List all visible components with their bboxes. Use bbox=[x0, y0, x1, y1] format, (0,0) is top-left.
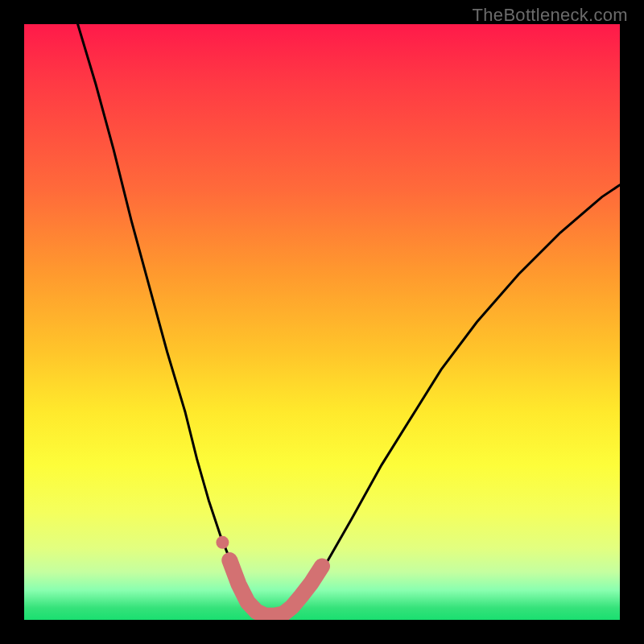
chart-svg bbox=[24, 24, 620, 620]
marker-stroke bbox=[229, 560, 322, 616]
plot-area bbox=[24, 24, 620, 620]
bottleneck-curve bbox=[78, 24, 620, 617]
watermark-text: TheBottleneck.com bbox=[473, 5, 628, 26]
chart-frame: TheBottleneck.com bbox=[0, 0, 644, 644]
marker-dot bbox=[216, 536, 229, 549]
highlight-markers bbox=[216, 536, 322, 616]
